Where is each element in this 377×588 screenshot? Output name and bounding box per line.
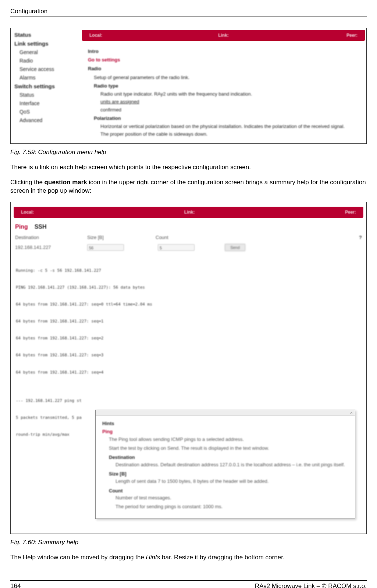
nav-sw-qos[interactable]: QoS [12,108,79,116]
help-icon[interactable]: ? [224,234,362,241]
count-label: Count [156,234,214,241]
count-input[interactable]: 5 [158,244,195,251]
fig2-status-bar: Local: Link: Peer: [14,207,363,218]
term-line: 64 bytes from 192.168.141.227: seq=1 [16,318,361,324]
paragraph-1: There is a link on each help screen whic… [10,163,367,172]
nav-alarms[interactable]: Alarms [12,74,79,82]
popup-ping-h: Ping [102,428,348,435]
nav-sw-advanced[interactable]: Advanced [12,116,79,125]
fig1-rt-u: units are assigned [100,99,359,105]
para2-b: question mark [45,179,87,186]
hints-popup: × Hints Ping The Ping tool allows sendin… [95,410,355,519]
size-label: Size [B] [87,234,146,241]
figure-summary-help: Local: Link: Peer: Ping SSH Destination … [10,202,367,534]
term-line: PING 192.168.141.227 (192.168.141.227): … [16,285,361,290]
popup-count-t1: Number of test messages. [115,495,348,501]
paragraph-3: The Help window can be moved by dragging… [10,553,367,562]
fig1-pol-h: Polarization [94,115,359,122]
nav-general[interactable]: General [12,48,79,57]
term-line: --- 192.168.141.227 ping st [16,398,361,403]
figure-caption-759: Fig. 7.59: Configuration menu help [10,148,367,157]
term-line: Running: -c 5 -s 56 192.168.141.227 [16,268,361,273]
fig2-local-label: Local: [14,209,41,215]
popup-hints-label: Hints [102,420,348,427]
form-inputs: 192.168.141.227 56 5 Send [11,242,366,253]
fig1-link-label: Link: [176,32,270,38]
fig1-sidebar: Status Link settings General Radio Servi… [11,28,81,143]
term-line: 64 bytes from 192.168.141.227: seq=3 [16,352,361,358]
fig1-pol-t2: The proper position of the cable is side… [100,131,359,138]
term-line: 64 bytes from 192.168.141.227: seq=0 ttl… [16,302,361,307]
header-divider [10,17,367,17]
popup-ping-t1: The Ping tool allows sending ICMP pings … [109,436,348,443]
fig1-peer-label: Peer: [271,32,365,38]
nav-sw-interface[interactable]: Interface [12,99,79,108]
page-header: Configuration [10,7,367,16]
para3-c: bar. Resize it by dragging the bottom co… [160,554,284,561]
fig1-radio-h: Radio [88,65,359,72]
fig2-peer-label: Peer: [338,209,363,215]
nav-switch-settings[interactable]: Switch settings [12,82,79,91]
fig1-goto-link[interactable]: Go to settings [88,57,359,63]
nav-link-settings[interactable]: Link settings [12,39,79,48]
nav-sw-status[interactable]: Status [12,91,79,99]
figure-config-menu-help: Status Link settings General Radio Servi… [10,28,367,144]
figure-caption-760: Fig. 7.60: Summary help [10,538,367,547]
popup-size-t: Length of sent data 7 to 1500 bytes, 8 b… [115,478,348,485]
nav-service-access[interactable]: Service access [12,65,79,74]
hints-titlebar[interactable]: × [96,410,355,416]
tab-ping[interactable]: Ping [15,223,28,231]
close-icon[interactable]: × [350,410,353,416]
popup-dest-t: Destination address. Default destination… [115,462,348,468]
fig1-rt-c: confirmed [100,107,359,113]
term-line: 64 bytes from 192.168.141.227: seq=2 [16,335,361,341]
footer-divider [10,580,367,581]
page-footer: 164 RAy2 Microwave Link – © RACOM s.r.o. [10,582,367,588]
nav-status[interactable]: Status [12,31,79,39]
para3-b: Hints [146,554,160,561]
tab-ssh[interactable]: SSH [35,223,47,231]
dest-label: Destination [15,234,78,241]
fig1-local-label: Local: [82,32,176,38]
popup-size-h: Size [B] [109,471,348,477]
send-button[interactable]: Send [225,244,245,251]
para3-a: The Help window can be moved by dragging… [10,554,146,561]
form-labels: Destination Size [B] Count ? [11,233,366,242]
popup-ping-t2: Start the test by clicking on Send. The … [109,445,348,452]
fig1-rt-h: Radio type [94,83,359,89]
footer-right: RAy2 Microwave Link – © RACOM s.r.o. [255,582,367,588]
fig1-radio-t: Setup of general parameters of the radio… [94,74,359,81]
dest-value: 192.168.141.227 [15,244,78,251]
fig1-status-bar: Local: Link: Peer: [82,30,365,41]
page-number: 164 [10,582,21,588]
paragraph-2: Clicking the question mark icon in the u… [10,178,367,195]
popup-count-h: Count [109,488,348,494]
fig1-intro: Intro [88,48,359,55]
nav-radio[interactable]: Radio [12,57,79,65]
fig1-pol-t1: Horizontal or vertical polarization base… [100,123,359,130]
para2-a: Clicking the [10,179,45,186]
popup-dest-h: Destination [109,454,348,461]
fig1-rt-t: Radio unit type indicator. RAy2 units wi… [100,91,359,97]
fig2-link-label: Link: [177,209,202,215]
popup-count-t2: The period for sending pings is constant… [115,503,348,510]
term-line: 64 bytes from 192.168.141.227: seq=4 [16,370,361,375]
size-input[interactable]: 56 [87,244,124,251]
